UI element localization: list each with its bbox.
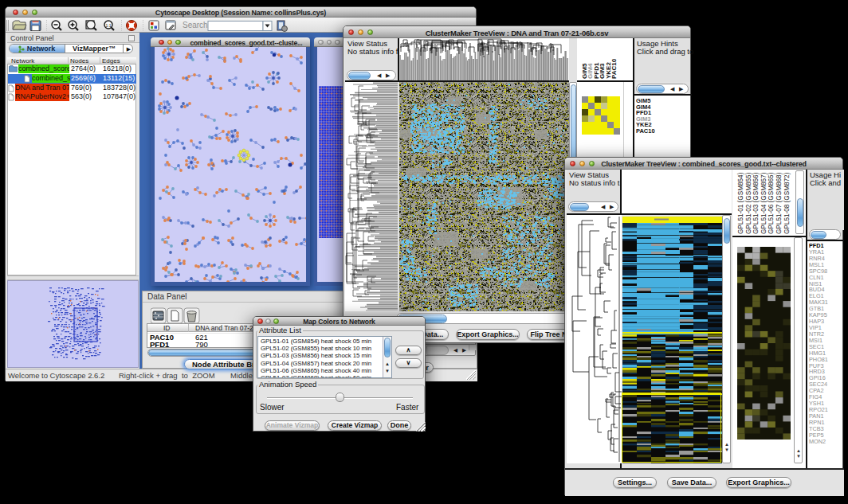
svg-text:GPL51-08 (GSM872): GPL51-08 (GSM872) <box>783 172 791 234</box>
svg-text:PAC10: PAC10 <box>610 58 618 79</box>
svg-text:GPL51-01 (GSM854): GPL51-01 (GSM854) <box>737 172 744 234</box>
svg-text:GPL51-07 (GSM868): GPL51-07 (GSM868) <box>775 172 783 234</box>
svg-text:Search:: Search: <box>183 21 210 29</box>
svg-text:GPL51-04 (GSM857): GPL51-04 (GSM857) <box>760 172 768 234</box>
svg-text:1:1: 1:1 <box>106 23 112 28</box>
svg-text:GPL51-03 (GSM856): GPL51-03 (GSM856) <box>752 172 760 234</box>
svg-text:GPL51-02 (GSM855): GPL51-02 (GSM855) <box>745 172 752 234</box>
svg-text:GPL51-06 (GSM865): GPL51-06 (GSM865) <box>768 172 775 234</box>
